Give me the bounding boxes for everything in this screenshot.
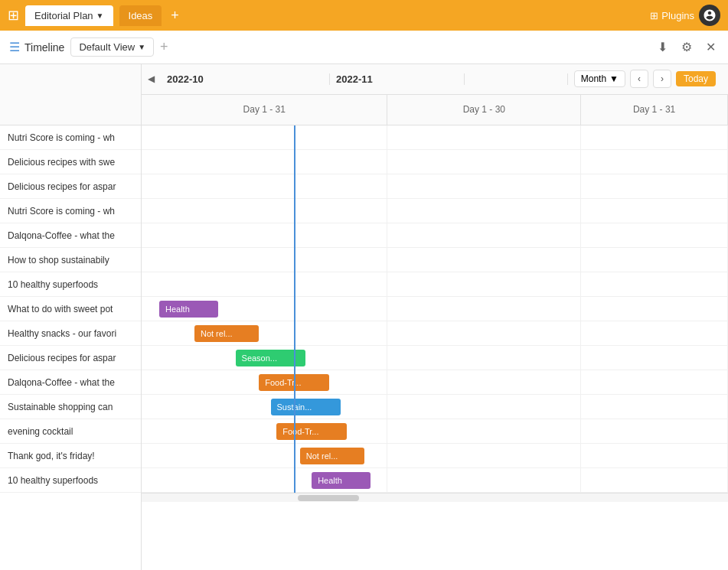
grid-row [142,150,728,174]
grid-cell [387,150,581,174]
month-section-oct: 2022-10 [161,73,330,85]
scrollbar-thumb[interactable] [298,495,359,501]
grid-row: Health [142,297,728,321]
grid-cell [142,223,387,247]
plugins-label: Plugins [661,10,694,21]
grid-cell [142,395,387,419]
grid-cell [387,444,581,467]
timeline-grid: HealthNot rel...Season...Food-Tr...Susta… [142,125,728,493]
grid-row: Season... [142,346,728,370]
timeline-grid-container: HealthNot rel...Season...Food-Tr...Susta… [142,125,728,493]
row-label-item: How to shop sustainabily [0,248,141,272]
row-labels-container: Nutri Score is coming - whDelicious reci… [0,125,141,493]
day-section-nov: Day 1 - 30 [387,95,581,125]
grid-row [142,248,728,272]
day-bar: Day 1 - 31Day 1 - 30Day 1 - 31 [142,95,728,125]
month-dropdown[interactable]: Month ▼ [574,70,625,87]
row-label-item: Healthy snacks - our favori [0,321,141,346]
grid-cell [581,444,728,467]
add-view-button[interactable]: + [160,39,168,55]
add-tab-button[interactable]: + [168,5,182,27]
grid-cell [581,174,728,198]
month-bar: ◀ 2022-102022-11 Month ▼ ‹ › Today [142,64,728,95]
today-button[interactable]: Today [676,71,716,86]
grid-row: Sustain... [142,395,728,419]
gantt-bar[interactable]: Food-Tr... [276,423,347,440]
grid-cell [387,125,581,149]
gantt-bar[interactable]: Not rel... [194,325,259,342]
prev-button[interactable]: ‹ [630,70,648,88]
grid-cell [581,370,728,394]
gantt-bar[interactable]: Not rel... [300,448,364,464]
grid-cell [387,223,581,247]
row-label-item: Nutri Score is coming - wh [0,125,141,150]
tab-dropdown-arrow: ▼ [96,11,104,20]
gantt-bar[interactable]: Health [159,301,218,318]
grid-cell [581,223,728,247]
tab-editorial-plan-label: Editorial Plan [34,10,93,21]
row-label-item: Delicious recipes for aspar [0,346,141,370]
settings-button[interactable]: ⚙ [678,37,695,57]
sub-bar-right: ⬇ ⚙ ✕ [655,37,719,57]
grid-cell [142,199,387,223]
top-bar-left: ⊞ Editorial Plan ▼ Ideas + [8,5,182,27]
grid-cell [387,468,581,492]
grid-cell [387,419,581,443]
grid-row [142,174,728,199]
grid-cell [581,468,728,492]
grid-row [142,199,728,223]
plugins-button[interactable]: ⊞ Plugins [650,10,694,21]
month-dropdown-label: Month [581,73,606,84]
grid-cell [142,272,387,296]
grid-cell [581,125,728,149]
grid-cell [581,419,728,443]
user-avatar[interactable] [699,5,720,26]
grid-cell [387,395,581,419]
sub-bar: ☰ Timeline Default View ▼ + ⬇ ⚙ ✕ [0,31,728,64]
close-button[interactable]: ✕ [703,37,719,57]
month-sections: 2022-102022-11 [161,73,568,85]
row-label-item: 10 healthy superfoods [0,272,141,297]
tab-ideas[interactable]: Ideas [119,5,162,26]
row-label-item: Thank god, it's friday! [0,444,141,468]
row-label-item: Delicious recipes for aspar [0,174,141,199]
month-section-nov: 2022-11 [330,73,465,85]
row-labels: Nutri Score is coming - whDelicious reci… [0,64,142,570]
grid-row: Health [142,468,728,493]
grid-icon[interactable]: ⊞ [8,7,19,24]
grid-cell [387,321,581,345]
row-label-item: What to do with sweet pot [0,297,141,321]
grid-cell [142,125,387,149]
grid-cell [581,346,728,370]
grid-cell [387,199,581,223]
grid-row: Food-Tr... [142,419,728,444]
grid-cell [387,272,581,296]
gantt-bar[interactable]: Sustain... [271,399,341,415]
row-label-item: Dalqona-Coffee - what the [0,223,141,248]
grid-cell [387,248,581,272]
grid-cell [581,272,728,296]
next-button[interactable]: › [653,70,671,88]
grid-row [142,272,728,297]
scrollbar-area[interactable] [142,493,728,502]
row-label-item: Delicious recipes with swe [0,150,141,174]
download-button[interactable]: ⬇ [655,37,671,57]
timeline-icon: ☰ [9,40,20,54]
month-dropdown-arrow: ▼ [609,73,619,84]
tab-editorial-plan[interactable]: Editorial Plan ▼ [25,5,113,26]
view-selector[interactable]: Default View ▼ [70,37,154,57]
top-bar: ⊞ Editorial Plan ▼ Ideas + ⊞ Plugins [0,0,728,31]
gantt-bar[interactable]: Health [312,472,371,489]
view-selector-arrow: ▼ [138,43,145,51]
timeline-header: ◀ 2022-102022-11 Month ▼ ‹ › Today Day 1… [142,64,728,125]
grid-cell [387,174,581,198]
grid-cell [581,150,728,174]
grid-cell [581,199,728,223]
grid-cell [142,321,387,345]
grid-cell [581,248,728,272]
timeline-area: ◀ 2022-102022-11 Month ▼ ‹ › Today Day 1… [142,64,728,570]
grid-cell [581,321,728,345]
row-label-item: evening cocktail [0,419,141,444]
timeline-label: Timeline [24,41,64,54]
collapse-button[interactable]: ◀ [148,73,155,84]
